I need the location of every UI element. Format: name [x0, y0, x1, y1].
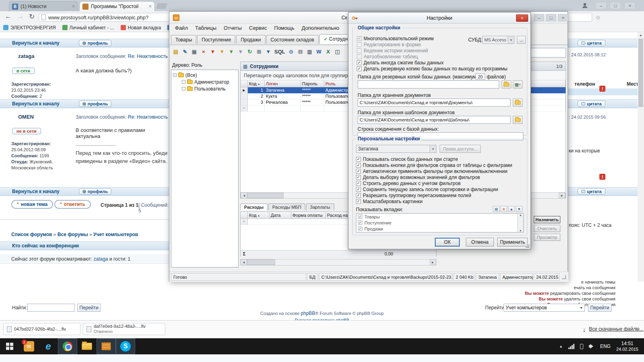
- taskbar-sklad-app[interactable]: [97, 338, 116, 354]
- checkbox[interactable]: [356, 181, 361, 186]
- checkbox[interactable]: [357, 54, 362, 59]
- column-header[interactable]: Форма оплаты: [291, 212, 326, 219]
- tree-node[interactable]: − (Все): [171, 72, 238, 78]
- tab-remove-icon[interactable]: ×: [500, 206, 507, 212]
- bottom-tab[interactable]: Расходы МБП: [268, 204, 305, 210]
- checkbox-row[interactable]: Сохранять текущую запись после сортировк…: [356, 186, 512, 192]
- quote-button[interactable]: цитата: [578, 40, 605, 46]
- bookmark-item[interactable]: Личный кабинет - ...: [62, 25, 114, 31]
- taskbar-ie[interactable]: e: [39, 338, 58, 354]
- sql-icon[interactable]: SQL: [274, 47, 286, 56]
- back-icon[interactable]: ←: [5, 12, 12, 21]
- cancel-button[interactable]: Отмена: [466, 238, 494, 247]
- tree-expander-icon[interactable]: −: [173, 73, 177, 77]
- refresh-icon[interactable]: ↻: [246, 47, 254, 56]
- checkbox[interactable]: [357, 36, 362, 41]
- apply-button[interactable]: Применить: [497, 238, 528, 247]
- scrollbar-thumb[interactable]: [247, 193, 284, 198]
- listbox-scrollbar[interactable]: ▲ ▼: [517, 214, 523, 232]
- checkbox[interactable]: [356, 163, 361, 168]
- filter-edit-icon[interactable]: ▼: [227, 47, 235, 56]
- new-record-icon[interactable]: ▤: [172, 47, 180, 56]
- tree-node[interactable]: Администратор: [171, 78, 238, 85]
- bookmark-star-icon[interactable]: ☆: [595, 14, 601, 21]
- checkbox[interactable]: [356, 169, 361, 174]
- delete-record-icon[interactable]: ×: [200, 47, 208, 56]
- app-tab[interactable]: Состояние складов: [266, 35, 319, 44]
- column-header[interactable]: Логин: [265, 80, 301, 87]
- tab-close-icon[interactable]: ×: [72, 4, 75, 9]
- column-header[interactable]: Код▲: [248, 80, 265, 87]
- scroll-up-icon[interactable]: ▲: [638, 32, 644, 38]
- checkbox[interactable]: [358, 226, 362, 231]
- preview-icon[interactable]: ▥: [306, 47, 314, 56]
- docs-path-field[interactable]: C:\Users\ZAK\Documents\Склад и торговля\…: [358, 99, 510, 107]
- profile-button[interactable]: профиль: [79, 188, 111, 195]
- checkbox[interactable]: [356, 187, 361, 192]
- back-to-top-link[interactable]: Вернуться к началу: [12, 101, 60, 107]
- tree-expander-icon[interactable]: [182, 87, 185, 90]
- calc-icon[interactable]: ⊙: [287, 47, 295, 56]
- group-icon[interactable]: ⊞: [255, 47, 263, 56]
- checkbox-row[interactable]: Показывать список баз данных при старте: [356, 156, 512, 162]
- column-header[interactable]: Дата: [270, 212, 291, 219]
- browser-minimize-icon[interactable]: –: [595, 2, 607, 9]
- app-minimize-icon[interactable]: –: [534, 14, 544, 21]
- breadcrumb-link[interactable]: Учет компьютеров: [93, 232, 138, 237]
- breadcrumb-link[interactable]: Список форумов: [11, 232, 52, 237]
- new-tab-button[interactable]: [156, 3, 168, 9]
- checkbox[interactable]: [357, 42, 362, 47]
- filter-clear-icon[interactable]: ▼: [209, 47, 217, 56]
- tab-up-icon[interactable]: ▲: [508, 206, 515, 212]
- checkbox[interactable]: [358, 220, 362, 225]
- app-tab[interactable]: Продажи: [236, 35, 265, 44]
- bottom-tab-active[interactable]: Расходы: [240, 204, 267, 210]
- bottom-tab[interactable]: Зарплаты: [306, 204, 334, 210]
- backup-browse-button[interactable]: [502, 80, 511, 88]
- side-button[interactable]: Назначить: [534, 216, 560, 223]
- app-tab[interactable]: Товары: [171, 35, 196, 44]
- side-button[interactable]: Просмотр: [534, 234, 560, 241]
- downloads-close-icon[interactable]: ×: [636, 325, 639, 332]
- post-author[interactable]: OMEN: [18, 114, 34, 120]
- checkbox-row[interactable]: Показывать кнопки для фильтров справа от…: [356, 162, 512, 168]
- battery-icon[interactable]: [580, 344, 583, 349]
- clock[interactable]: 14:51 24.02.2015: [616, 341, 638, 352]
- menu-item[interactable]: Дополнительно: [298, 25, 343, 33]
- taskbar-app-mail[interactable]: ✉ 2: [19, 338, 39, 354]
- checkbox[interactable]: [356, 199, 361, 204]
- checkbox[interactable]: [358, 214, 362, 219]
- checkbox[interactable]: [356, 157, 361, 162]
- tab-close-icon[interactable]: ×: [149, 4, 152, 9]
- templates-path-field[interactable]: C:\Users\ZAK\Documents\Склад и торговля\…: [358, 116, 510, 124]
- menu-item[interactable]: Помощь: [271, 25, 298, 33]
- scrollbar-thumb[interactable]: [247, 259, 275, 265]
- download-item[interactable]: 047bd327-926b-4fa2-....flv: [3, 323, 80, 335]
- bookmark-item[interactable]: ЭЛЕКТРОЭНЕРГИЯ: [3, 25, 56, 31]
- checkbox-row[interactable]: Ведение истории изменений: [357, 47, 507, 53]
- checkbox[interactable]: [356, 193, 361, 198]
- browser-close-icon[interactable]: ×: [624, 2, 636, 9]
- tree-expander-icon[interactable]: [182, 80, 185, 84]
- checkbox-row[interactable]: Делать выборку возможных значений для фи…: [356, 174, 512, 180]
- filter-icon[interactable]: ▼: [218, 47, 226, 56]
- max-files-field[interactable]: 20: [475, 74, 485, 80]
- app-maximize-icon[interactable]: □: [546, 14, 556, 21]
- menu-item[interactable]: Сервис: [246, 25, 270, 33]
- quote-button[interactable]: цитата: [578, 188, 605, 195]
- post-author[interactable]: zataga: [18, 53, 34, 59]
- resize-grip[interactable]: [562, 275, 566, 279]
- tab-add-icon[interactable]: ⊞: [493, 206, 500, 212]
- bookmark-item[interactable]: Новая вкладка: [121, 25, 161, 31]
- profile-button[interactable]: профиль: [79, 101, 111, 107]
- language-indicator[interactable]: ENG: [600, 343, 611, 349]
- docs-browse-button[interactable]: [513, 99, 523, 107]
- subject-link[interactable]: Re: Неактивность: [128, 114, 168, 120]
- backup-clear-button[interactable]: ▦×: [513, 80, 523, 88]
- checkbox-row[interactable]: Делать иногда сжатие базы данных: [357, 60, 507, 66]
- word-icon[interactable]: W: [315, 47, 323, 56]
- export-icon[interactable]: ◫: [333, 47, 342, 56]
- filter-sql-icon[interactable]: ▼: [264, 47, 272, 56]
- browser-maximize-icon[interactable]: □: [610, 2, 621, 9]
- profile-button[interactable]: профиль: [79, 40, 111, 46]
